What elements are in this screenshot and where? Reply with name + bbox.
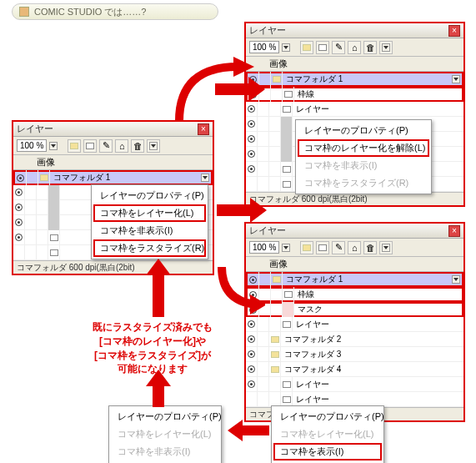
menu-item[interactable]: コマ枠を非表示(I)	[93, 222, 206, 239]
eye-icon[interactable]	[248, 150, 255, 158]
layer-row[interactable]: コマフォルダ 4	[246, 362, 463, 377]
layer-icon	[284, 291, 293, 298]
zoom-dropdown-icon[interactable]	[49, 142, 58, 150]
layer-row[interactable]: レイヤー	[246, 377, 463, 392]
header-text: 画像	[269, 258, 288, 270]
folder-icon	[271, 336, 279, 343]
caption-text: 既にラスタライズ済みでも[コマ枠のレイヤー化]や[コマ枠をラスタライズ]が可能に…	[82, 320, 223, 376]
toolbar-btn[interactable]: 🗑	[131, 139, 144, 153]
layer-row-waku[interactable]: 枠線	[246, 87, 463, 102]
toolbar-btn[interactable]	[379, 241, 393, 254]
context-menu-1: レイヤーのプロパティ(P) コマ枠をレイヤー化(L) コマ枠を非表示(I) コマ…	[91, 184, 208, 259]
toolbar-btn[interactable]	[316, 41, 329, 54]
menu-item-show[interactable]: コマ枠を表示(I)	[273, 443, 382, 460]
close-icon[interactable]: ×	[448, 25, 460, 37]
layer-icon	[283, 181, 291, 188]
layer-row[interactable]: コマフォルダ 2	[246, 332, 463, 347]
menu-item[interactable]: レイヤーのプロパティ(P)	[111, 408, 219, 425]
row-menu-icon[interactable]	[201, 174, 209, 182]
arrow-4	[215, 267, 265, 317]
eye-icon[interactable]	[15, 234, 23, 241]
layer-row-folder[interactable]: コマフォルダ 1	[13, 170, 213, 185]
menu-item-layerize[interactable]: コマ枠をレイヤー化(L)	[93, 204, 206, 222]
eye-icon[interactable]	[248, 380, 255, 388]
menu-item: コマ枠をラスタライズ(R)	[298, 174, 429, 192]
toolbar-btn[interactable]	[68, 139, 81, 153]
menu-item-rasterize[interactable]: コマ枠をラスタライズ(R)	[93, 239, 206, 257]
arrow-3	[217, 198, 267, 223]
panel-title: レイヤー	[249, 24, 448, 37]
layer-row-waku[interactable]: 枠線	[246, 287, 463, 302]
close-icon[interactable]: ×	[448, 225, 460, 237]
zoom-field[interactable]: 100 %	[17, 139, 47, 152]
toolbar-btn[interactable]: ✎	[332, 41, 345, 54]
layer-row[interactable]: レイヤー	[246, 317, 463, 332]
row-label: レイヤー	[293, 379, 463, 390]
toolbar-btn[interactable]	[300, 41, 313, 54]
eye-icon[interactable]	[248, 135, 255, 143]
toolbar: 100 % ✎ ⌂ 🗑	[246, 38, 463, 57]
eye-icon[interactable]	[248, 365, 255, 373]
row-label: 枠線	[294, 88, 462, 100]
toolbar: 100 % ✎ ⌂ 🗑	[13, 137, 213, 155]
row-label: レイヤー	[293, 394, 463, 405]
eye-icon[interactable]	[248, 320, 255, 328]
toolbar-btn[interactable]	[300, 241, 313, 254]
layer-row-folder[interactable]: コマフォルダ 1	[246, 72, 463, 87]
folder-icon	[271, 351, 279, 358]
toolbar-btn[interactable]: ⌂	[115, 139, 128, 153]
toolbar-btn[interactable]	[379, 41, 393, 54]
folder-icon	[303, 44, 311, 51]
layer-row[interactable]: レイヤー	[246, 102, 463, 117]
svg-marker-1	[215, 77, 265, 102]
eye-icon[interactable]	[248, 350, 255, 358]
toolbar-btn[interactable]: ⌂	[348, 241, 361, 254]
layer-row-mask[interactable]: マスク	[246, 302, 463, 317]
toolbar-btn[interactable]	[316, 241, 329, 254]
toolbar-btn[interactable]	[83, 139, 97, 153]
toolbar-btn[interactable]: ✎	[99, 139, 113, 153]
layer-row-folder[interactable]: コマフォルダ 1	[246, 272, 463, 287]
layer-icon	[50, 249, 58, 256]
layer-row[interactable]: コマフォルダ 3	[246, 347, 463, 362]
arrow-up-2	[146, 370, 171, 407]
eye-icon[interactable]	[15, 204, 23, 211]
eye-icon[interactable]	[15, 219, 23, 226]
tag-text: COMIC STUDIO では……?	[34, 6, 146, 18]
context-menu-4: レイヤーのプロパティ(P) コマ枠をレイヤー化(L) コマ枠を表示(I) コマ枠…	[271, 405, 384, 463]
new-icon	[318, 244, 327, 251]
chevron-down-icon	[382, 244, 390, 252]
toolbar-btn[interactable]: 🗑	[363, 241, 377, 254]
menu-item[interactable]: レイヤーのプロパティ(P)	[93, 187, 206, 204]
zoom-dropdown-icon[interactable]	[282, 43, 290, 52]
row-menu-icon[interactable]	[452, 75, 460, 83]
svg-marker-6	[228, 420, 269, 441]
titlebar[interactable]: レイヤー ×	[246, 224, 463, 239]
arrow-up	[146, 259, 171, 317]
row-label: レイヤー	[293, 103, 463, 115]
eye-icon[interactable]	[248, 335, 255, 343]
row-menu-icon[interactable]	[452, 275, 460, 284]
eye-icon[interactable]	[17, 174, 24, 182]
zoom-dropdown-icon[interactable]	[282, 244, 290, 252]
menu-item[interactable]: レイヤーのプロパティ(P)	[298, 122, 429, 139]
zoom-field[interactable]: 100 %	[249, 241, 279, 254]
eye-icon[interactable]	[15, 189, 23, 196]
new-icon	[86, 143, 94, 149]
svg-marker-2	[217, 198, 267, 223]
toolbar-btn[interactable]: ⌂	[348, 41, 361, 54]
menu-item[interactable]: レイヤーのプロパティ(P)	[273, 408, 382, 425]
toolbar-btn[interactable]	[147, 139, 160, 153]
menu-item-unlayerize[interactable]: コマ枠のレイヤー化を解除(L)	[298, 139, 429, 157]
svg-marker-3	[250, 294, 265, 315]
layer-icon	[283, 321, 291, 328]
context-menu-3: レイヤーのプロパティ(P) コマ枠をレイヤー化(L) コマ枠を非表示(I) コマ…	[108, 405, 222, 463]
row-label: マスク	[294, 304, 462, 315]
toolbar-btn[interactable]: 🗑	[363, 41, 377, 54]
titlebar[interactable]: レイヤー ×	[246, 23, 463, 38]
toolbar-btn[interactable]: ✎	[332, 241, 345, 254]
eye-icon[interactable]	[248, 165, 255, 173]
row-label: コマフォルダ 4	[281, 364, 463, 375]
menu-item: コマ枠を非表示(I)	[298, 157, 429, 174]
folder-icon	[303, 244, 311, 251]
